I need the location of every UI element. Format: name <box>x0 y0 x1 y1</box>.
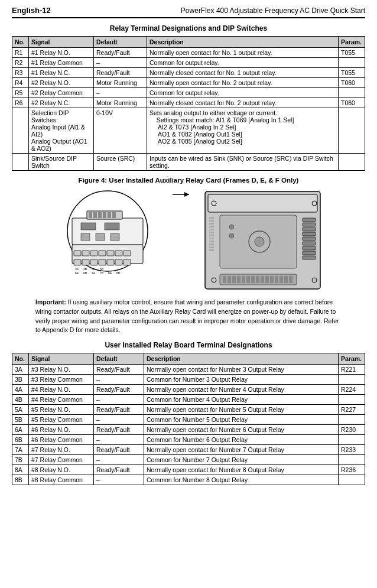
svg-rect-68 <box>223 276 226 283</box>
svg-rect-13 <box>74 251 81 256</box>
svg-rect-18 <box>115 251 122 256</box>
table-row: R4 #2 Relay N.O. Motor Running Normally … <box>12 78 365 88</box>
svg-rect-72 <box>242 276 245 283</box>
cell-param: T055 <box>339 48 365 58</box>
cell-signal: Sink/Source DIP Switch <box>29 154 94 171</box>
important-label: Important: <box>35 298 66 306</box>
cell-no: 5A <box>12 405 29 415</box>
svg-text:7B: 7B <box>99 271 103 274</box>
cell-no: 4B <box>12 395 29 405</box>
svg-rect-62 <box>303 237 316 241</box>
svg-rect-48 <box>209 226 214 228</box>
svg-rect-59 <box>303 223 316 226</box>
cell-param: T060 <box>339 98 365 108</box>
svg-rect-74 <box>251 276 255 283</box>
cell-no: 6B <box>12 435 29 445</box>
cell-no: 4A <box>12 385 29 395</box>
page-title: PowerFlex 400 Adjustable Frequency AC Dr… <box>181 7 365 15</box>
col-description: Description <box>147 37 339 48</box>
cell-signal: #1 Relay N.C. <box>29 68 94 78</box>
cell-no: 8B <box>12 475 29 485</box>
cell-no: 7A <box>12 445 29 455</box>
cell-no: 8A <box>12 465 29 475</box>
table2-title: User Installed Relay Board Terminal Desi… <box>12 341 365 349</box>
cell-param <box>339 435 365 445</box>
col-no: No. <box>12 37 29 48</box>
cell-param: T055 <box>339 68 365 78</box>
cell-param <box>339 108 365 154</box>
svg-rect-64 <box>303 246 316 250</box>
svg-rect-63 <box>303 242 316 245</box>
table-row: 5B #5 Relay Common – Common for Number 5… <box>12 415 365 425</box>
cell-signal: #4 Relay Common <box>29 395 94 405</box>
cell-signal: #8 Relay N.O. <box>29 465 94 475</box>
svg-rect-71 <box>237 276 240 283</box>
cell-description: Normally open contact for Number 7 Outpu… <box>144 445 339 455</box>
cell-description: Common for Number 8 Output Relay <box>144 475 339 485</box>
svg-rect-23 <box>81 233 90 241</box>
table-row: 4B #4 Relay Common – Common for Number 4… <box>12 395 365 405</box>
cell-no <box>12 154 29 171</box>
cell-signal: #1 Relay N.O. <box>29 48 94 58</box>
svg-rect-16 <box>99 251 106 256</box>
relay-board-table: No. Signal Default Description Param. 3A… <box>12 353 365 485</box>
cell-param <box>339 475 365 485</box>
cell-description: Normally open contact for Number 3 Outpu… <box>144 365 339 375</box>
table-row: 4A #4 Relay N.O. Ready/Fault Normally op… <box>12 385 365 395</box>
svg-rect-5 <box>99 259 106 265</box>
col2-param: Param. <box>339 353 365 365</box>
cell-description: Common for Number 4 Output Relay <box>144 395 339 405</box>
svg-rect-45 <box>209 217 214 219</box>
cell-no: R1 <box>12 48 29 58</box>
svg-rect-77 <box>265 276 269 283</box>
svg-rect-52 <box>209 238 214 239</box>
cell-default: Motor Running <box>94 98 147 108</box>
svg-rect-17 <box>107 251 114 256</box>
cell-description: Normally open contact for Number 8 Outpu… <box>144 465 339 475</box>
svg-point-86 <box>229 233 234 238</box>
cell-signal: #7 Relay N.O. <box>29 445 94 455</box>
cell-param: R236 <box>339 465 365 475</box>
svg-point-85 <box>229 225 234 229</box>
cell-default: Motor Running <box>94 78 147 88</box>
svg-rect-65 <box>303 251 316 255</box>
cell-signal: #1 Relay Common <box>29 58 94 68</box>
cell-default: Ready/Fault <box>94 405 144 415</box>
svg-marker-40 <box>184 192 189 197</box>
svg-text:7A: 7A <box>91 271 95 274</box>
col2-no: No. <box>12 353 29 365</box>
cell-no: 3A <box>12 365 29 375</box>
svg-rect-25 <box>110 233 119 241</box>
svg-rect-14 <box>82 251 89 256</box>
cell-description: Common for Number 3 Output Relay <box>144 375 339 385</box>
svg-rect-30 <box>103 212 106 218</box>
svg-text:6B: 6B <box>83 271 87 274</box>
table-row: R1 #1 Relay N.O. Ready/Fault Normally op… <box>12 48 365 58</box>
svg-rect-24 <box>96 233 105 241</box>
cell-no: R5 <box>12 88 29 98</box>
svg-rect-61 <box>303 232 316 236</box>
cell-default: 0-10V <box>94 108 147 154</box>
table-row: 6A #6 Relay N.O. Ready/Fault Normally op… <box>12 425 365 435</box>
cell-param: R230 <box>339 425 365 435</box>
cell-param <box>339 375 365 385</box>
cell-no: 7B <box>12 455 29 465</box>
cell-default: – <box>94 455 144 465</box>
cell-default: – <box>94 475 144 485</box>
cell-no: R3 <box>12 68 29 78</box>
svg-rect-80 <box>280 276 283 283</box>
cell-description: Inputs can be wired as Sink (SNK) or Sou… <box>147 154 339 171</box>
cell-description: Normally closed contact for No. 2 output… <box>147 98 339 108</box>
cell-default: Ready/Fault <box>94 425 144 435</box>
connector-arrow <box>173 189 190 200</box>
col2-description: Description <box>144 353 339 365</box>
table-row: 5A #5 Relay N.O. Ready/Fault Normally op… <box>12 405 365 415</box>
svg-rect-4 <box>90 259 98 265</box>
cell-default: Ready/Fault <box>94 385 144 395</box>
cell-signal: #5 Relay N.O. <box>29 405 94 415</box>
cell-signal: #3 Relay Common <box>29 375 94 385</box>
svg-text:6A: 6A <box>74 271 79 274</box>
cell-signal: #5 Relay Common <box>29 415 94 425</box>
cell-param: R221 <box>339 365 365 375</box>
cell-signal: Selection DIP Switches:Analog Input (AI1… <box>29 108 94 154</box>
